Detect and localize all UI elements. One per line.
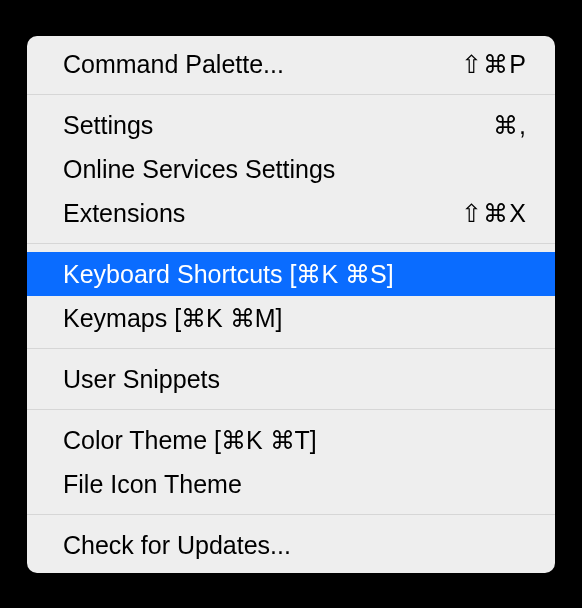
menu-item-label: Command Palette...: [63, 46, 284, 82]
menu-item-shortcut: ⌘,: [493, 107, 527, 143]
menu-item-shortcut: ⇧⌘X: [461, 195, 527, 231]
menu-item-label: File Icon Theme: [63, 466, 242, 502]
menu-item-label: Check for Updates...: [63, 527, 291, 563]
menu-separator: [27, 409, 555, 410]
menu-item-label: Color Theme [⌘K ⌘T]: [63, 422, 317, 458]
menu-item-check-for-updates[interactable]: Check for Updates...: [27, 523, 555, 567]
menu-item-shortcut: ⇧⌘P: [461, 46, 527, 82]
menu-item-label: Extensions: [63, 195, 185, 231]
menu-separator: [27, 94, 555, 95]
menu-item-label: Keymaps [⌘K ⌘M]: [63, 300, 283, 336]
menu-item-user-snippets[interactable]: User Snippets: [27, 357, 555, 401]
menu-item-keyboard-shortcuts[interactable]: Keyboard Shortcuts [⌘K ⌘S]: [27, 252, 555, 296]
menu-item-extensions[interactable]: Extensions ⇧⌘X: [27, 191, 555, 235]
menu-item-command-palette[interactable]: Command Palette... ⇧⌘P: [27, 42, 555, 86]
menu-item-keymaps[interactable]: Keymaps [⌘K ⌘M]: [27, 296, 555, 340]
menu-item-settings[interactable]: Settings ⌘,: [27, 103, 555, 147]
menu-item-color-theme[interactable]: Color Theme [⌘K ⌘T]: [27, 418, 555, 462]
menu-separator: [27, 514, 555, 515]
menu-separator: [27, 348, 555, 349]
context-menu: Command Palette... ⇧⌘P Settings ⌘, Onlin…: [27, 36, 555, 573]
menu-item-label: Settings: [63, 107, 153, 143]
menu-item-online-services-settings[interactable]: Online Services Settings: [27, 147, 555, 191]
menu-separator: [27, 243, 555, 244]
menu-item-file-icon-theme[interactable]: File Icon Theme: [27, 462, 555, 506]
menu-item-label: Keyboard Shortcuts [⌘K ⌘S]: [63, 256, 394, 292]
menu-item-label: User Snippets: [63, 361, 220, 397]
menu-item-label: Online Services Settings: [63, 151, 335, 187]
